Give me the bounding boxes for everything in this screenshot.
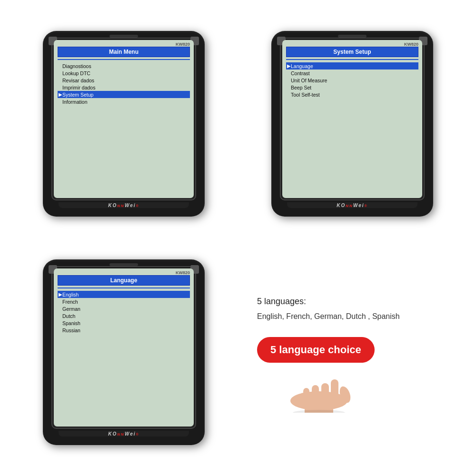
menu-item-beep-set: Beep Set [286,84,418,91]
menu-item-system-setup: ▶ System Setup [58,91,190,98]
svg-rect-2 [321,383,329,401]
brand-label-1: KONNWei® [108,203,139,208]
model-label-2: KW820 [404,42,418,47]
menu-item-german: German [58,305,190,312]
svg-rect-3 [312,385,319,401]
menu-item-french: French [58,298,190,305]
svg-rect-1 [331,379,338,401]
svg-rect-4 [303,388,309,401]
menu-item-contrast: Contrast [286,69,418,77]
hand-svg [257,365,381,413]
menu-item-spanish: Spanish [58,319,190,327]
menu-item-english: ▶ English [58,291,190,298]
language-badge: 5 language choice [257,337,375,363]
menu-item-tool-self-test: Tool Self-test [286,91,418,98]
device-language: KW820 Language ▶ English French German [14,243,233,462]
info-panel: 5 languages: English, French, German, Du… [243,243,462,462]
menu-item-language: ▶ Language [286,62,418,69]
languages-title: 5 languages: [257,297,306,307]
hand-illustration [257,365,381,413]
device-system-setup: KW820 System Setup ▶ Language Contrast U… [243,14,462,233]
menu-item-dutch: Dutch [58,312,190,319]
menu-item-lookup: Lookup DTC [58,69,190,77]
menu-item-revisar: Revisar dados [58,77,190,84]
svg-point-7 [293,410,345,413]
menu-item-information: Information [58,98,190,105]
model-label-1: KW820 [176,42,190,47]
menu-item-imprimir: Imprimir dados [58,84,190,91]
system-setup-title: System Setup [286,47,418,57]
language-title: Language [58,275,190,286]
device-main-menu: KW820 Main Menu Diagnostioos Lookup DTC … [14,14,233,233]
main-menu-title: Main Menu [58,47,190,57]
model-label-3: KW820 [176,270,190,275]
brand-label-3: KONNWei® [108,431,139,436]
menu-item-diagnostioos: Diagnostioos [58,62,190,69]
menu-item-unit-of-measure: Unit Of Measure [286,77,418,84]
menu-item-russian: Russian [58,327,190,334]
languages-list: English, French, German, Dutch , Spanish [257,310,400,323]
brand-label-2: KONNWei® [337,203,367,208]
